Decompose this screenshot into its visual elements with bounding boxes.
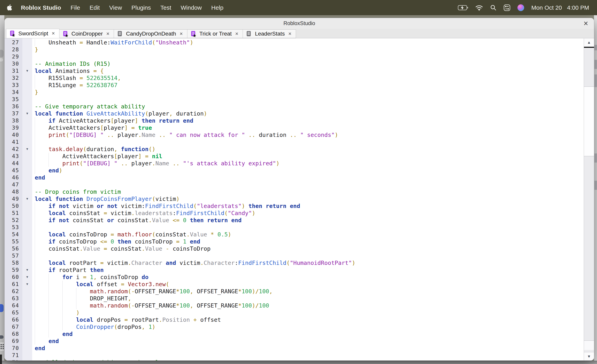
- tab-close-icon[interactable]: ×: [288, 31, 291, 37]
- code-line[interactable]: 38 if ActiveAttackers[player] then retur…: [5, 117, 584, 124]
- code-line[interactable]: 63 DROP_HEIGHT,: [5, 295, 584, 302]
- code-line[interactable]: 54 local coinsToDrop = math.floor(coinsS…: [5, 231, 584, 238]
- scroll-up-button[interactable]: ▲: [584, 38, 594, 47]
- drag-dots-handle[interactable]: [0, 342, 4, 351]
- scrollbar-thumb[interactable]: [584, 87, 594, 156]
- code-line[interactable]: 57: [5, 252, 584, 259]
- fold-arrow-icon[interactable]: ▼: [22, 146, 32, 153]
- fold-margin-cell: [22, 39, 32, 46]
- code-line[interactable]: 33 R15Lunge = 522638767: [5, 82, 584, 89]
- scroll-down-button[interactable]: ▼: [584, 352, 594, 360]
- code-line[interactable]: 58 local rootPart = victim.Character and…: [5, 259, 584, 266]
- code-line[interactable]: 32 R15Slash = 522635514,: [5, 74, 584, 82]
- tab-close-icon[interactable]: ×: [235, 31, 238, 37]
- code-line[interactable]: 72-- Called when sword hits another play…: [5, 359, 584, 360]
- code-line[interactable]: 42▼ task.delay(duration, function(): [5, 146, 584, 153]
- code-line[interactable]: 29: [5, 53, 584, 60]
- menu-item-window[interactable]: Window: [176, 4, 206, 11]
- fold-arrow-icon[interactable]: ▼: [22, 67, 32, 74]
- code-line[interactable]: 64 math.random(-OFFSET_RANGE*100, OFFSET…: [5, 302, 584, 309]
- code-line[interactable]: 45 end): [5, 167, 584, 174]
- tab-close-icon[interactable]: ×: [180, 31, 183, 37]
- code-line[interactable]: 66 local dropPos = rootPart.Position + o…: [5, 316, 584, 323]
- code-line[interactable]: 55 if coinsToDrop <= 0 then coinsToDrop …: [5, 238, 584, 245]
- code-line[interactable]: 59▼ if rootPart then: [5, 266, 584, 274]
- line-number: 27: [5, 39, 22, 46]
- wifi-icon[interactable]: [475, 5, 483, 11]
- menu-item-edit[interactable]: Edit: [85, 4, 105, 11]
- code-line[interactable]: 47: [5, 181, 584, 188]
- menu-item-file[interactable]: File: [66, 4, 85, 11]
- window-title-bar[interactable]: RobloxStudio ×: [5, 18, 594, 29]
- code-line[interactable]: 36-- Give temporary attack ability: [5, 103, 584, 110]
- tab-close-icon[interactable]: ×: [106, 31, 109, 37]
- vertical-scrollbar[interactable]: ▲ ▼: [584, 38, 594, 360]
- menu-item-test[interactable]: Test: [156, 4, 176, 11]
- code-line[interactable]: 61▼ local offset = Vector3.new(: [5, 281, 584, 288]
- indent-guide: [48, 274, 49, 281]
- code-text: R15Lunge = 522638767: [32, 82, 584, 89]
- tab-swordscript[interactable]: SwordScript×: [6, 29, 59, 38]
- code-line[interactable]: 71: [5, 352, 584, 359]
- code-line[interactable]: 28}: [5, 46, 584, 53]
- fold-margin-cell: [22, 330, 32, 338]
- menu-item-plugins[interactable]: Plugins: [127, 4, 156, 11]
- code-line[interactable]: 62 math.random(-OFFSET_RANGE*100, OFFSET…: [5, 288, 584, 295]
- apple-menu-icon[interactable]: [7, 4, 13, 12]
- indent-guide: [35, 146, 35, 153]
- tab-close-icon[interactable]: ×: [52, 31, 55, 37]
- battery-charging-icon[interactable]: [458, 5, 468, 10]
- code-line[interactable]: 37▼local function GiveAttackAbility(play…: [5, 110, 584, 117]
- code-line[interactable]: 53: [5, 224, 584, 231]
- code-text: }: [32, 89, 584, 96]
- code-line[interactable]: 41: [5, 138, 584, 146]
- window-title: RobloxStudio: [283, 20, 315, 26]
- code-line[interactable]: 50 if not victim or not victim:FindFirst…: [5, 202, 584, 210]
- code-line[interactable]: 70end: [5, 345, 584, 352]
- code-line[interactable]: 49▼local function DropCoinsFromPlayer(vi…: [5, 195, 584, 202]
- tab-trick-or-treat[interactable]: Trick or Treat×: [187, 29, 243, 38]
- code-line[interactable]: 48-- Drop coins from victim: [5, 188, 584, 195]
- code-line[interactable]: 44 print("[DEBUG] " .. player.Name .. "'…: [5, 160, 584, 167]
- line-number: 67: [5, 323, 22, 330]
- menu-item-app-name[interactable]: Roblox Studio: [21, 4, 66, 11]
- code-line[interactable]: 34}: [5, 89, 584, 96]
- menu-item-help[interactable]: Help: [206, 4, 228, 11]
- tab-coindropper[interactable]: CoinDropper×: [59, 29, 114, 38]
- siri-icon[interactable]: [518, 4, 524, 11]
- window-close-icon[interactable]: ×: [584, 19, 588, 28]
- code-line[interactable]: 60▼ for i = 1, coinsToDrop do: [5, 274, 584, 281]
- fold-arrow-icon[interactable]: ▼: [22, 195, 32, 202]
- code-line[interactable]: 52 if not coinsStat or coinsStat.Value <…: [5, 217, 584, 224]
- code-line[interactable]: 46end: [5, 174, 584, 181]
- code-line[interactable]: 51 local coinsStat = victim.leaderstats:…: [5, 210, 584, 217]
- code-line[interactable]: 69 end: [5, 338, 584, 345]
- menu-item-view[interactable]: View: [104, 4, 126, 11]
- code-line[interactable]: 43 ActiveAttackers[player] = nil: [5, 153, 584, 160]
- fold-margin-cell: [22, 345, 32, 352]
- code-line[interactable]: 30-- Animation IDs (R15): [5, 60, 584, 67]
- fold-margin-cell: [22, 74, 32, 82]
- code-line[interactable]: 56 coinsStat.Value = coinsStat.Value - c…: [5, 245, 584, 252]
- code-line[interactable]: 40 print("[DEBUG] " .. player.Name .. " …: [5, 131, 584, 138]
- code-editor[interactable]: 27 Unsheath = Handle:WaitForChild("Unshe…: [5, 38, 594, 360]
- background-window-right-edge: [594, 15, 597, 364]
- code-line[interactable]: 65 ): [5, 309, 584, 316]
- code-line[interactable]: 35: [5, 96, 584, 103]
- fold-arrow-icon[interactable]: ▼: [22, 281, 32, 288]
- search-icon[interactable]: [490, 5, 496, 11]
- fold-arrow-icon[interactable]: ▼: [22, 266, 32, 274]
- fold-arrow-icon[interactable]: ▼: [22, 110, 32, 117]
- line-number: 39: [5, 124, 22, 131]
- code-line[interactable]: 27 Unsheath = Handle:WaitForChild("Unshe…: [5, 39, 584, 46]
- fold-arrow-icon[interactable]: ▼: [22, 274, 32, 281]
- code-line[interactable]: 31▼local Animations = {: [5, 67, 584, 74]
- code-line[interactable]: 67 CoinDropper(dropPos, 1): [5, 323, 584, 330]
- code-line[interactable]: 39 ActiveAttackers[player] = true: [5, 124, 584, 131]
- tab-candydropondeath[interactable]: CandyDropOnDeath×: [114, 29, 187, 38]
- code-line[interactable]: 68 end: [5, 330, 584, 338]
- menu-clock[interactable]: Mon Oct 20 4:00 PM: [531, 4, 589, 11]
- indent-guide: [48, 323, 49, 330]
- tab-leaderstats[interactable]: LeaderStats×: [243, 29, 296, 38]
- control-center-icon[interactable]: [504, 4, 510, 11]
